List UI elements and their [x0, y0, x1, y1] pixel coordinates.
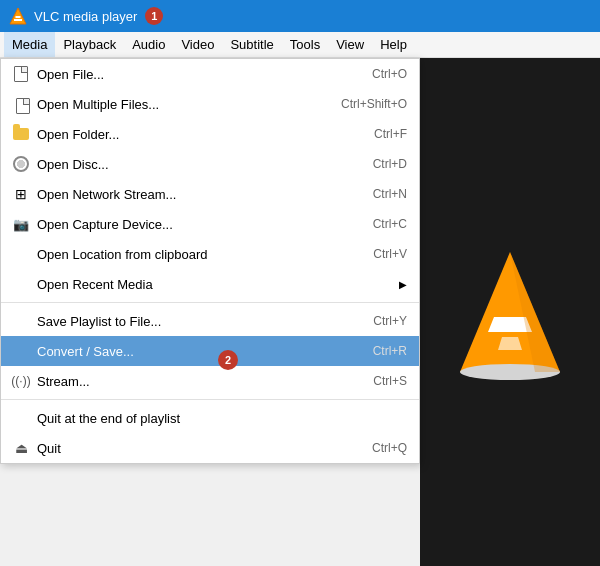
convert-save-shortcut: Ctrl+R [333, 344, 407, 358]
menu-item-convert-save[interactable]: Convert / Save... Ctrl+R [1, 336, 419, 366]
network-icon: ⊞ [9, 184, 33, 204]
menu-item-save-playlist[interactable]: Save Playlist to File... Ctrl+Y [1, 306, 419, 336]
menu-tools[interactable]: Tools [282, 32, 328, 57]
vlc-logo-panel [420, 58, 600, 566]
menu-item-open-multiple[interactable]: Open Multiple Files... Ctrl+Shift+O [1, 89, 419, 119]
menu-item-open-disc[interactable]: Open Disc... Ctrl+D [1, 149, 419, 179]
open-location-shortcut: Ctrl+V [333, 247, 407, 261]
open-capture-label: Open Capture Device... [33, 217, 333, 232]
open-recent-label: Open Recent Media [33, 277, 391, 292]
open-multiple-shortcut: Ctrl+Shift+O [301, 97, 407, 111]
open-disc-label: Open Disc... [33, 157, 333, 172]
vlc-cone-logo [450, 242, 570, 382]
file-icon [9, 64, 33, 84]
menu-media[interactable]: Media [4, 32, 55, 57]
save-playlist-shortcut: Ctrl+Y [333, 314, 407, 328]
quit-shortcut: Ctrl+Q [332, 441, 407, 455]
stream-shortcut: Ctrl+S [333, 374, 407, 388]
menu-item-open-network[interactable]: ⊞ Open Network Stream... Ctrl+N [1, 179, 419, 209]
open-multiple-label: Open Multiple Files... [33, 97, 301, 112]
open-capture-shortcut: Ctrl+C [333, 217, 407, 231]
menu-bar: Media Playback Audio Video Subtitle Tool… [0, 32, 600, 58]
title-bar: VLC media player 1 [0, 0, 600, 32]
svg-rect-1 [14, 19, 22, 21]
svg-marker-5 [498, 337, 522, 350]
open-disc-shortcut: Ctrl+D [333, 157, 407, 171]
stream-icon: ((·)) [9, 371, 33, 391]
app-title: VLC media player [34, 9, 137, 24]
open-file-label: Open File... [33, 67, 332, 82]
clipboard-icon [9, 244, 33, 264]
svg-rect-2 [16, 16, 21, 18]
menu-subtitle[interactable]: Subtitle [222, 32, 281, 57]
quit-label: Quit [33, 441, 332, 456]
convert-save-label: Convert / Save... [33, 344, 333, 359]
quit-icon: ⏏ [9, 438, 33, 458]
open-file-shortcut: Ctrl+O [332, 67, 407, 81]
menu-help[interactable]: Help [372, 32, 415, 57]
menu-item-open-recent[interactable]: Open Recent Media ▶ [1, 269, 419, 299]
folder-icon [9, 124, 33, 144]
menu-video[interactable]: Video [173, 32, 222, 57]
quit-end-label: Quit at the end of playlist [33, 411, 407, 426]
quit-end-icon [9, 408, 33, 428]
save-playlist-label: Save Playlist to File... [33, 314, 333, 329]
menu-item-open-capture[interactable]: 📷 Open Capture Device... Ctrl+C [1, 209, 419, 239]
recent-icon [9, 274, 33, 294]
convert-save-icon [9, 341, 33, 361]
annotation-1: 1 [145, 7, 163, 25]
open-folder-label: Open Folder... [33, 127, 334, 142]
menu-playback[interactable]: Playback [55, 32, 124, 57]
separator-2 [1, 399, 419, 400]
multi-file-icon [9, 94, 33, 114]
menu-item-stream[interactable]: ((·)) Stream... Ctrl+S [1, 366, 419, 396]
submenu-arrow: ▶ [399, 279, 407, 290]
vlc-app-icon [8, 6, 28, 26]
open-network-shortcut: Ctrl+N [333, 187, 407, 201]
menu-view[interactable]: View [328, 32, 372, 57]
open-location-label: Open Location from clipboard [33, 247, 333, 262]
menu-audio[interactable]: Audio [124, 32, 173, 57]
open-folder-shortcut: Ctrl+F [334, 127, 407, 141]
disc-icon [9, 154, 33, 174]
main-content: Open File... Ctrl+O Open Multiple Files.… [0, 58, 600, 566]
menu-item-open-folder[interactable]: Open Folder... Ctrl+F [1, 119, 419, 149]
menu-item-open-file[interactable]: Open File... Ctrl+O [1, 59, 419, 89]
media-dropdown-menu: Open File... Ctrl+O Open Multiple Files.… [0, 58, 420, 464]
separator-1 [1, 302, 419, 303]
menu-item-quit-end[interactable]: Quit at the end of playlist [1, 403, 419, 433]
save-playlist-icon [9, 311, 33, 331]
stream-label: Stream... [33, 374, 333, 389]
menu-item-quit[interactable]: ⏏ Quit Ctrl+Q [1, 433, 419, 463]
capture-icon: 📷 [9, 214, 33, 234]
annotation-2: 2 [218, 350, 238, 370]
open-network-label: Open Network Stream... [33, 187, 333, 202]
menu-item-open-location[interactable]: Open Location from clipboard Ctrl+V [1, 239, 419, 269]
